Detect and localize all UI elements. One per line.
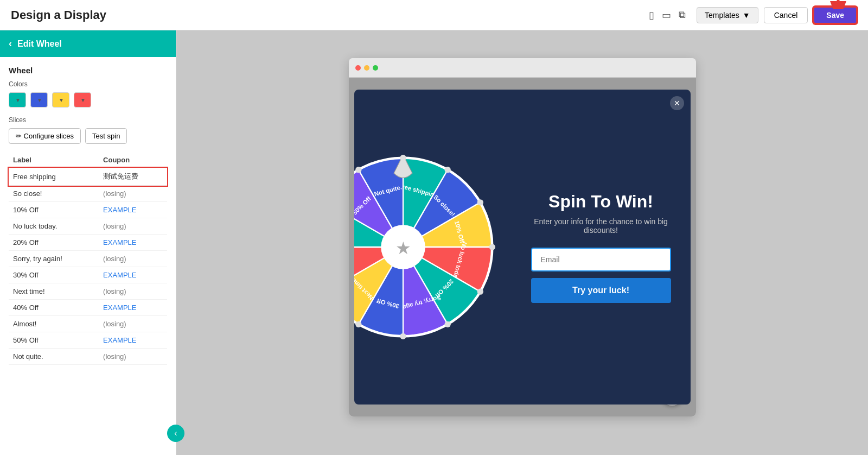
wheel-container: Free shippingSo close!10% OffNo luck tod… bbox=[354, 155, 495, 339]
wheel-section-title: Wheel bbox=[9, 66, 167, 75]
table-row[interactable]: 10% OffEXAMPLE bbox=[9, 202, 167, 218]
minimize-dot bbox=[364, 65, 369, 71]
svg-point-21 bbox=[477, 289, 483, 295]
table-row[interactable]: 30% OffEXAMPLE bbox=[9, 267, 167, 283]
svg-point-19 bbox=[477, 199, 483, 205]
popup-close-button[interactable]: ✕ bbox=[670, 96, 684, 110]
colors-row: ▼ ▼ ▼ ▼ bbox=[9, 92, 167, 108]
sidebar-body: Wheel Colors ▼ ▼ ▼ ▼ Slices ✏ Configure … bbox=[0, 57, 176, 374]
table-row[interactable]: Not quite.(losing) bbox=[9, 349, 167, 365]
try-luck-button[interactable]: Try your luck! bbox=[531, 278, 671, 303]
sidebar: ‹ Edit Wheel Wheel Colors ▼ ▼ ▼ ▼ Slices bbox=[0, 30, 176, 455]
table-row[interactable]: 40% OffEXAMPLE bbox=[9, 300, 167, 316]
preview-area: Free shippingSo close!10% OffNo luck tod… bbox=[176, 30, 868, 455]
email-field[interactable] bbox=[531, 248, 671, 271]
col-label: Label bbox=[9, 153, 99, 168]
svg-point-23 bbox=[400, 333, 406, 339]
slices-buttons: ✏ Configure slices Test spin bbox=[9, 128, 167, 144]
svg-point-20 bbox=[489, 244, 495, 250]
external-icon[interactable]: ⧉ bbox=[679, 9, 686, 21]
table-row[interactable]: No luck today.(losing) bbox=[9, 218, 167, 235]
table-row[interactable]: Next time!(losing) bbox=[9, 283, 167, 300]
topbar-actions: ▯ ▭ ⧉ Templates ▼ Cancel Save bbox=[649, 7, 857, 24]
back-arrow-icon[interactable]: ‹ bbox=[9, 38, 12, 49]
save-area: Save bbox=[813, 7, 857, 24]
browser-toolbar bbox=[349, 58, 696, 78]
color-swatch-blue[interactable]: ▼ bbox=[30, 92, 48, 108]
popup-modal: Free shippingSo close!10% OffNo luck tod… bbox=[354, 90, 691, 405]
table-row[interactable]: 20% OffEXAMPLE bbox=[9, 235, 167, 251]
table-row[interactable]: So close!(losing) bbox=[9, 186, 167, 202]
caret-icon: ▼ bbox=[37, 97, 42, 103]
sidebar-title: Edit Wheel bbox=[17, 39, 62, 49]
table-row[interactable]: Almost!(losing) bbox=[9, 316, 167, 332]
topbar: Design a Display ▯ ▭ ⧉ Templates ▼ Cance… bbox=[0, 0, 868, 30]
spin-wheel[interactable]: Free shippingSo close!10% OffNo luck tod… bbox=[354, 155, 495, 339]
svg-point-17 bbox=[400, 155, 406, 161]
templates-button[interactable]: Templates ▼ bbox=[697, 7, 758, 23]
chevron-down-icon: ▼ bbox=[743, 11, 750, 20]
maximize-dot bbox=[373, 65, 378, 71]
caret-icon: ▼ bbox=[15, 97, 21, 103]
sidebar-collapse-button[interactable]: ‹ bbox=[167, 425, 184, 442]
close-dot bbox=[355, 65, 361, 71]
popup-title: Spin To Win! bbox=[548, 192, 653, 212]
color-swatch-yellow[interactable]: ▼ bbox=[52, 92, 69, 108]
col-coupon: Coupon bbox=[99, 153, 167, 168]
color-swatch-red[interactable]: ▼ bbox=[74, 92, 91, 108]
caret-icon: ▼ bbox=[59, 97, 64, 103]
popup-right: Spin To Win! Enter your info for the cha… bbox=[512, 170, 691, 325]
svg-point-22 bbox=[444, 321, 450, 327]
caret-icon: ▼ bbox=[80, 97, 86, 103]
popup-subtitle: Enter your info for the chance to win bi… bbox=[531, 217, 671, 235]
colors-label: Colors bbox=[9, 80, 167, 88]
desktop-icon[interactable]: ▭ bbox=[662, 9, 671, 21]
device-icons: ▯ ▭ ⧉ bbox=[649, 9, 686, 21]
svg-text:★: ★ bbox=[395, 238, 411, 258]
test-spin-button[interactable]: Test spin bbox=[85, 128, 127, 144]
configure-slices-button[interactable]: ✏ Configure slices bbox=[9, 128, 81, 144]
color-swatch-teal[interactable]: ▼ bbox=[9, 92, 26, 108]
main-layout: ‹ Edit Wheel Wheel Colors ▼ ▼ ▼ ▼ Slices bbox=[0, 30, 868, 455]
save-button[interactable]: Save bbox=[813, 7, 857, 24]
svg-point-18 bbox=[444, 167, 450, 173]
sidebar-header: ‹ Edit Wheel bbox=[0, 30, 176, 57]
svg-point-28 bbox=[355, 167, 361, 173]
page-title: Design a Display bbox=[11, 8, 106, 22]
slices-label: Slices bbox=[9, 116, 167, 124]
table-row[interactable]: 50% OffEXAMPLE bbox=[9, 332, 167, 349]
mobile-icon[interactable]: ▯ bbox=[649, 9, 654, 21]
slices-table: Label Coupon Free shipping测试免运费So close!… bbox=[9, 153, 167, 365]
table-row[interactable]: Free shipping测试免运费 bbox=[9, 168, 167, 186]
table-row[interactable]: Sorry, try again!(losing) bbox=[9, 251, 167, 267]
popup-overlay: Free shippingSo close!10% OffNo luck tod… bbox=[349, 78, 696, 416]
svg-point-24 bbox=[355, 321, 361, 327]
browser-content: Free shippingSo close!10% OffNo luck tod… bbox=[349, 78, 696, 416]
cancel-button[interactable]: Cancel bbox=[764, 7, 808, 23]
browser-window: Free shippingSo close!10% OffNo luck tod… bbox=[349, 58, 696, 416]
